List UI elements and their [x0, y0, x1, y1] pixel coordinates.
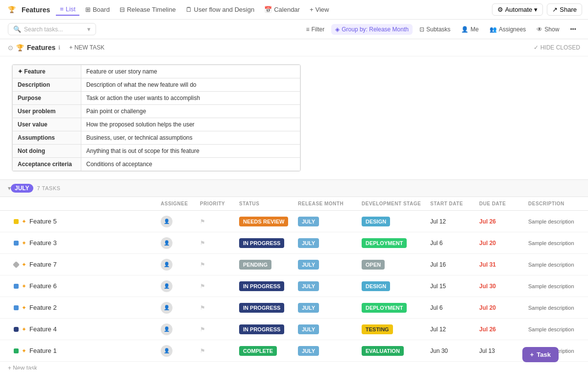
plus-icon: + [530, 351, 534, 358]
status-badge: IN PROGRESS [239, 281, 284, 291]
status-cell[interactable]: IN PROGRESS [235, 280, 294, 293]
section-collapse-icon[interactable]: ⊙ [8, 44, 13, 51]
share-button[interactable]: ↗ Share [547, 3, 582, 16]
hide-closed-button[interactable]: ✓ HIDE CLOSED [534, 44, 580, 51]
dev-stage-cell[interactable]: DESIGN [358, 215, 426, 228]
start-date: Jul 6 [430, 240, 442, 247]
status-cell[interactable]: IN PROGRESS [235, 323, 294, 336]
status-cell[interactable]: IN PROGRESS [235, 237, 294, 249]
priority-cell: ⚑ [196, 280, 235, 293]
feature-value: Feature or user story name [81, 65, 300, 78]
group-icon: ◈ [335, 26, 340, 33]
feature-label: User problem [13, 105, 81, 118]
automate-button[interactable]: ⚙ Automate ▾ [492, 3, 543, 16]
tab-userflow[interactable]: 🗒 User flow and Design [182, 4, 259, 15]
task-row: ✦ Feature 4 👤 ⚑ IN PROGRESS JULY TESTING… [0, 319, 588, 340]
due-date-cell: Jul 30 [475, 280, 524, 293]
search-icon: 🔍 [13, 25, 21, 33]
release-cell[interactable]: JULY [294, 323, 358, 336]
assignee-cell: 👤 [157, 321, 196, 338]
feature-value: How the proposed solution helps the user [81, 118, 300, 131]
release-cell[interactable]: JULY [294, 280, 358, 293]
timeline-icon: ⊟ [120, 6, 125, 13]
add-icon: + [310, 6, 314, 13]
due-date-cell: Jul 26 [475, 215, 524, 228]
release-badge: JULY [298, 281, 319, 291]
flag-icon: ⚑ [200, 283, 205, 290]
release-cell[interactable]: JULY [294, 237, 358, 249]
description-text: Sample description [528, 219, 574, 224]
description-cell: Sample description [524, 237, 588, 249]
assignee-cell: 👤 [157, 234, 196, 252]
assignee-cell: 👤 [157, 299, 196, 317]
status-cell[interactable]: IN PROGRESS [235, 301, 294, 314]
due-date-cell: Jul 13 [475, 345, 524, 357]
color-indicator [14, 327, 19, 332]
filter-icon: ≡ [306, 26, 310, 33]
dev-stage-cell[interactable]: DEPLOYMENT [358, 237, 426, 249]
due-date: Jul 31 [479, 261, 496, 268]
nav-right: ⚙ Automate ▾ ↗ Share [492, 3, 582, 16]
release-cell[interactable]: JULY [294, 258, 358, 271]
color-indicator [14, 219, 19, 224]
col-assignee: ASSIGNEE [157, 199, 196, 208]
filter-button[interactable]: ≡ Filter [302, 24, 329, 35]
dev-stage-cell[interactable]: TESTING [358, 323, 426, 336]
subtasks-button[interactable]: ⊡ Subtasks [416, 24, 454, 35]
userflow-icon: 🗒 [186, 6, 192, 13]
chevron-down-icon: ▾ [534, 6, 538, 13]
add-task-button[interactable]: + Task [522, 347, 559, 362]
july-new-task-button[interactable]: + New task [0, 362, 588, 370]
more-icon: ••• [570, 26, 576, 33]
new-task-button[interactable]: + NEW TASK [66, 43, 107, 52]
feature-label: Not doing [13, 145, 81, 158]
group-by-button[interactable]: ◈ Group by: Release Month [331, 24, 413, 35]
due-date-cell: Jul 26 [475, 323, 524, 336]
task-name-cell[interactable]: ✦ Feature 4 [0, 322, 157, 336]
more-button[interactable]: ••• [566, 24, 580, 35]
task-name-cell[interactable]: ✦ Feature 7 [0, 258, 157, 271]
flag-icon: ⚑ [200, 347, 205, 354]
task-name-cell[interactable]: ✦ Feature 2 [0, 301, 157, 314]
task-name-label: Feature 1 [29, 347, 57, 354]
section-title: Features [27, 44, 55, 51]
task-name-cell[interactable]: ✦ Feature 5 [0, 215, 157, 228]
search-box[interactable]: 🔍 Search tasks... ▾ [8, 23, 96, 35]
tab-add-view[interactable]: + View [306, 4, 333, 15]
tab-calendar[interactable]: 📅 Calendar [260, 4, 304, 15]
start-date-cell: Jun 30 [426, 345, 475, 357]
me-button[interactable]: 👤 Me [457, 24, 483, 35]
feature-label: User value [13, 118, 81, 131]
share-icon: ↗ [552, 6, 558, 13]
release-cell[interactable]: JULY [294, 301, 358, 314]
col-start-date: START DATE [426, 199, 475, 208]
dev-stage-cell[interactable]: EVALUATION [358, 345, 426, 357]
task-name-cell[interactable]: ✦ Feature 1 [0, 344, 157, 357]
dev-stage-cell[interactable]: DESIGN [358, 280, 426, 293]
release-cell[interactable]: JULY [294, 345, 358, 357]
list-icon: ≡ [60, 5, 64, 13]
show-button[interactable]: 👁 Show [533, 24, 563, 35]
release-badge: JULY [298, 217, 319, 226]
feature-label: Acceptance criteria [13, 158, 81, 171]
color-indicator [13, 261, 20, 268]
tab-list[interactable]: ≡ List [56, 3, 79, 16]
status-cell[interactable]: PENDING [235, 258, 294, 271]
start-date: Jul 6 [430, 304, 442, 311]
status-cell[interactable]: COMPLETE [235, 345, 294, 357]
status-cell[interactable]: NEEDS REVIEW [235, 215, 294, 228]
dev-stage-badge: EVALUATION [362, 346, 404, 356]
star-icon: ✦ [22, 283, 26, 290]
tab-release-timeline[interactable]: ⊟ Release Timeline [116, 4, 180, 15]
task-name-cell[interactable]: ✦ Feature 3 [0, 236, 157, 249]
dev-stage-cell[interactable]: DEPLOYMENT [358, 301, 426, 314]
col-dev-stage: DEVELOPMENT STAGE [358, 199, 426, 208]
dev-stage-cell[interactable]: OPEN [358, 258, 426, 271]
due-date-cell: Jul 31 [475, 258, 524, 271]
release-cell[interactable]: JULY [294, 215, 358, 228]
task-name-cell[interactable]: ✦ Feature 6 [0, 279, 157, 293]
assignees-button[interactable]: 👥 Assignees [486, 24, 530, 35]
start-date-cell: Jul 15 [426, 280, 475, 293]
tab-board[interactable]: ⊞ Board [81, 4, 114, 15]
feature-value: Conditions of acceptance [81, 158, 300, 171]
